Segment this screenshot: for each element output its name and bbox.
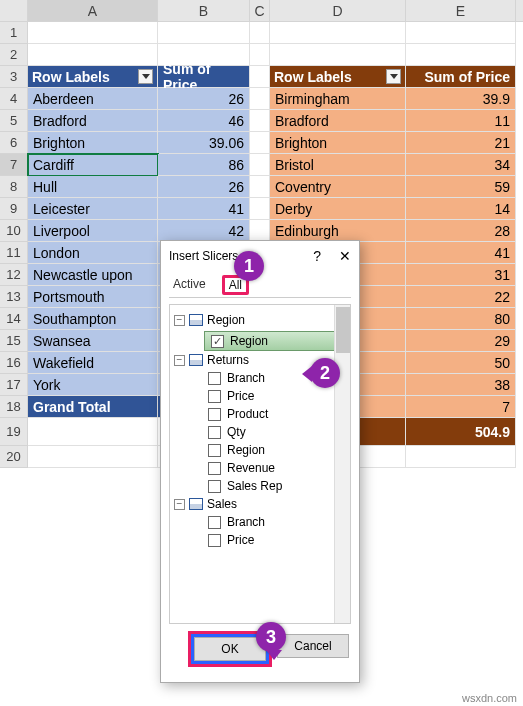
cell[interactable] [250,198,270,220]
cell[interactable]: 7 [406,396,516,418]
checkbox-icon[interactable] [208,426,221,439]
cell[interactable]: Aberdeen [28,88,158,110]
tree-group-header[interactable]: −Region [174,311,346,329]
select-all-corner[interactable] [0,0,28,21]
col-header-C[interactable]: C [250,0,270,21]
checkbox-icon[interactable] [208,516,221,529]
tree-item-selected[interactable]: ✓Region [204,331,344,351]
help-button[interactable]: ? [313,248,321,264]
cell[interactable]: Swansea [28,330,158,352]
cell[interactable]: 39.06 [158,132,250,154]
row-header[interactable]: 15 [0,330,28,352]
cell[interactable] [250,66,270,88]
close-button[interactable]: ✕ [339,248,351,264]
cell[interactable] [250,110,270,132]
collapse-icon[interactable]: − [174,315,185,326]
cell[interactable] [270,44,406,66]
cell[interactable]: 39.9 [406,88,516,110]
cell[interactable]: 50 [406,352,516,374]
cell[interactable]: 504.9 [406,418,516,446]
cell[interactable]: Sum of Price [406,66,516,88]
cell[interactable]: 38 [406,374,516,396]
cell[interactable]: Row Labels [28,66,158,88]
cell[interactable]: 41 [406,242,516,264]
tree-item[interactable]: Region [208,441,346,459]
cell[interactable]: Cardiff [28,154,158,176]
tree-item[interactable]: Price [208,531,346,549]
tree-scrollbar[interactable] [334,305,350,623]
cell[interactable] [270,22,406,44]
cell[interactable]: Coventry [270,176,406,198]
checkbox-icon[interactable] [208,444,221,457]
cell[interactable] [250,132,270,154]
row-header[interactable]: 1 [0,22,28,44]
cell[interactable] [250,88,270,110]
cell[interactable]: Wakefield [28,352,158,374]
row-header[interactable]: 12 [0,264,28,286]
row-header[interactable]: 18 [0,396,28,418]
cell[interactable]: Brighton [270,132,406,154]
collapse-icon[interactable]: − [174,499,185,510]
cell[interactable]: 41 [158,198,250,220]
cell[interactable]: Brighton [28,132,158,154]
cell[interactable]: 29 [406,330,516,352]
cell[interactable] [28,44,158,66]
cell[interactable]: 28 [406,220,516,242]
cell[interactable]: 26 [158,176,250,198]
cell[interactable]: Bradford [28,110,158,132]
checkbox-icon[interactable] [208,480,221,493]
cell[interactable]: Portsmouth [28,286,158,308]
row-header[interactable]: 6 [0,132,28,154]
tree-item[interactable]: Product [208,405,346,423]
cell[interactable]: Bristol [270,154,406,176]
checkbox-icon[interactable] [208,372,221,385]
cell[interactable]: 46 [158,110,250,132]
cell[interactable]: Southampton [28,308,158,330]
cell[interactable]: York [28,374,158,396]
cell[interactable] [406,22,516,44]
row-header[interactable]: 13 [0,286,28,308]
checkbox-icon[interactable] [208,534,221,547]
cell[interactable]: 22 [406,286,516,308]
collapse-icon[interactable]: − [174,355,185,366]
cell[interactable]: 80 [406,308,516,330]
cell[interactable]: London [28,242,158,264]
cell[interactable]: 59 [406,176,516,198]
filter-dropdown-icon[interactable] [386,69,401,84]
cell[interactable] [250,22,270,44]
cell[interactable]: 26 [158,88,250,110]
cell[interactable] [250,220,270,242]
tree-item[interactable]: Branch [208,513,346,531]
row-header[interactable]: 14 [0,308,28,330]
row-header[interactable]: 2 [0,44,28,66]
cell[interactable]: Liverpool [28,220,158,242]
cell[interactable]: 11 [406,110,516,132]
cell[interactable] [406,446,516,468]
checkbox-icon[interactable] [208,408,221,421]
tree-group-header[interactable]: −Sales [174,495,346,513]
cell[interactable]: Newcastle upon [28,264,158,286]
cell[interactable]: 14 [406,198,516,220]
cell[interactable]: Hull [28,176,158,198]
cell[interactable]: 31 [406,264,516,286]
tab-active[interactable]: Active [169,275,210,295]
cancel-button[interactable]: Cancel [277,634,349,658]
cell[interactable]: 34 [406,154,516,176]
tree-item[interactable]: Price [208,387,346,405]
checkbox-checked-icon[interactable]: ✓ [211,335,224,348]
cell[interactable]: Birmingham [270,88,406,110]
cell[interactable]: 21 [406,132,516,154]
cell[interactable]: Sum of Price [158,66,250,88]
col-header-B[interactable]: B [158,0,250,21]
col-header-D[interactable]: D [270,0,406,21]
cell[interactable] [158,22,250,44]
cell[interactable]: Leicester [28,198,158,220]
row-header[interactable]: 9 [0,198,28,220]
col-header-A[interactable]: A [28,0,158,21]
cell[interactable]: Derby [270,198,406,220]
row-header[interactable]: 16 [0,352,28,374]
row-header[interactable]: 7 [0,154,28,176]
cell[interactable] [250,154,270,176]
cell[interactable]: Grand Total [28,396,158,418]
checkbox-icon[interactable] [208,390,221,403]
